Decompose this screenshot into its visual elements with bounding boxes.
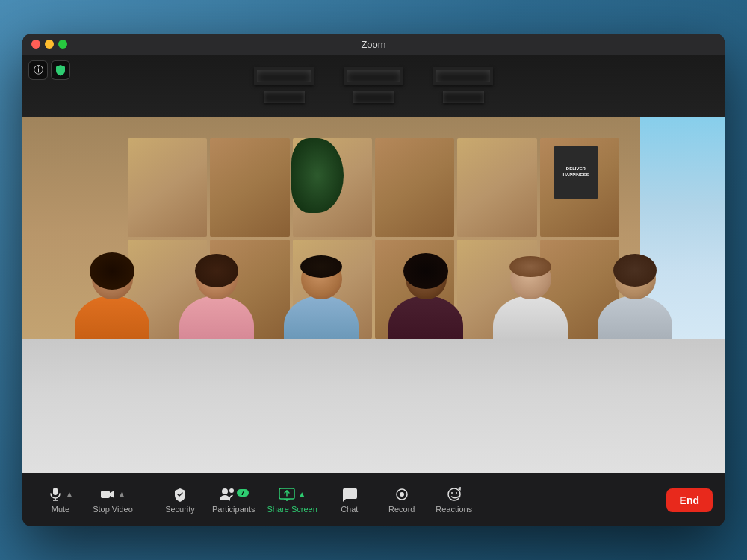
participant-6-head <box>615 258 656 299</box>
mute-button[interactable]: ▲ Mute <box>34 484 87 517</box>
share-screen-icon <box>279 487 295 502</box>
participant-1-hair <box>90 252 134 290</box>
reactions-icon <box>446 487 462 502</box>
participants-count: 7 <box>237 489 249 497</box>
security-badge[interactable] <box>51 60 70 80</box>
panel <box>457 138 536 237</box>
share-screen-icon-group: ▲ <box>279 487 306 502</box>
participant-3-head <box>301 258 342 299</box>
security-label: Security <box>165 505 195 514</box>
ceiling-ring-small <box>264 91 305 103</box>
zoom-window: Zoom DELIVERHAPPINESS <box>22 34 725 526</box>
chat-icon <box>341 487 358 502</box>
wall-sign: DELIVERHAPPINESS <box>554 146 598 199</box>
record-label: Record <box>388 505 415 514</box>
mute-icon-group: ▲ <box>48 487 73 502</box>
share-chevron[interactable]: ▲ <box>298 490 306 498</box>
info-icon: ⓘ <box>34 63 43 77</box>
svg-point-6 <box>229 488 234 493</box>
ring-group-center <box>344 67 403 103</box>
participants-label: Participants <box>212 505 255 514</box>
record-icon <box>394 487 410 502</box>
camera-icon <box>100 487 115 502</box>
titlebar: Zoom <box>22 34 725 55</box>
ceiling-ring-small <box>443 91 484 103</box>
shield-icon <box>55 64 66 76</box>
record-button[interactable]: Record <box>376 484 428 517</box>
maximize-button[interactable] <box>58 40 67 49</box>
svg-marker-4 <box>110 491 114 498</box>
participant-1-head <box>92 258 133 299</box>
panel <box>210 138 289 237</box>
chat-label: Chat <box>341 505 358 514</box>
ceiling-ring <box>344 67 403 85</box>
svg-point-14 <box>451 492 453 494</box>
video-area: DELIVERHAPPINESS <box>22 55 725 473</box>
svg-rect-0 <box>53 488 58 495</box>
svg-rect-3 <box>101 491 110 498</box>
share-screen-label: Share Screen <box>267 505 317 514</box>
ceiling-ring <box>433 67 493 85</box>
security-button[interactable]: Security <box>154 484 206 517</box>
panel <box>375 138 454 237</box>
plant-leaf <box>291 138 344 213</box>
chat-button[interactable]: Chat <box>323 484 376 517</box>
room-desk <box>22 339 725 473</box>
shield-toolbar-icon <box>173 487 187 502</box>
panel <box>128 138 207 237</box>
mute-chevron[interactable]: ▲ <box>66 490 73 498</box>
ceiling-ring <box>254 67 314 85</box>
participants-icon <box>219 487 235 502</box>
plant-center <box>291 138 344 213</box>
record-icon-group <box>394 487 410 502</box>
participant-3-hair <box>300 255 342 278</box>
share-screen-button[interactable]: ▲ Share Screen <box>261 484 323 517</box>
ceiling-ring-small <box>353 91 394 103</box>
svg-point-15 <box>456 492 457 494</box>
ring-group-left <box>254 67 314 103</box>
participants-button[interactable]: 7 Participants <box>206 484 261 517</box>
stop-video-label: Stop Video <box>93 505 133 514</box>
security-icon-group <box>173 487 187 502</box>
participant-4-hair <box>403 253 448 289</box>
top-badges: ⓘ <box>28 60 70 80</box>
video-chevron[interactable]: ▲ <box>118 490 125 498</box>
reactions-label: Reactions <box>436 505 472 514</box>
microphone-icon <box>48 487 63 502</box>
participant-6-hair <box>613 254 657 287</box>
participant-2-head <box>196 258 238 299</box>
video-icon-group: ▲ <box>100 487 125 502</box>
participant-2-hair <box>195 254 238 287</box>
stop-video-button[interactable]: ▲ Stop Video <box>87 484 139 517</box>
window-title: Zoom <box>361 39 385 50</box>
ceiling-rings <box>254 67 493 103</box>
traffic-lights <box>31 40 67 49</box>
reactions-icon-group <box>446 487 462 502</box>
participant-4-head <box>406 258 447 299</box>
toolbar: ▲ Mute ▲ Stop Video S <box>22 473 725 526</box>
info-badge[interactable]: ⓘ <box>28 60 48 80</box>
svg-point-13 <box>448 488 460 500</box>
end-button[interactable]: End <box>666 488 713 512</box>
ring-group-right <box>433 67 493 103</box>
participant-5-hair <box>509 256 551 277</box>
chat-icon-group <box>341 487 358 502</box>
reactions-button[interactable]: Reactions <box>428 484 480 517</box>
close-button[interactable] <box>31 40 40 49</box>
participants-icon-group: 7 <box>219 487 249 502</box>
mute-label: Mute <box>52 505 69 514</box>
svg-point-12 <box>400 492 404 497</box>
svg-point-5 <box>222 488 228 494</box>
minimize-button[interactable] <box>45 40 54 49</box>
participant-5-head <box>510 258 551 299</box>
